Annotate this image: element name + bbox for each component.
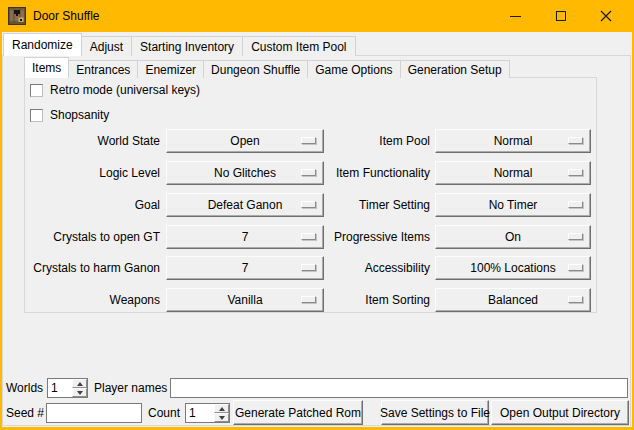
item-functionality-dropdown[interactable]: Normal xyxy=(435,161,591,185)
crystals-harm-ganon-label: Crystals to harm Ganon xyxy=(2,256,160,280)
close-icon[interactable] xyxy=(583,0,628,32)
crystals-open-gt-dropdown[interactable]: 7 xyxy=(166,225,324,249)
retro-mode-label: Retro mode (universal keys) xyxy=(50,83,200,97)
progressive-items-value: On xyxy=(505,230,521,244)
tab-label: Custom Item Pool xyxy=(251,40,346,54)
logic-level-value: No Glitches xyxy=(214,166,276,180)
retro-mode-checkbox[interactable] xyxy=(30,84,43,97)
item-sorting-value: Balanced xyxy=(488,293,538,307)
item-pool-dropdown[interactable]: Normal xyxy=(435,129,591,153)
goal-value: Defeat Ganon xyxy=(208,198,283,212)
progressive-items-dropdown[interactable]: On xyxy=(435,225,591,249)
sub-tab-bar: Items Entrances Enemizer Dungeon Shuffle… xyxy=(24,57,510,78)
tab-randomize[interactable]: Randomize xyxy=(3,33,82,56)
item-sorting-label: Item Sorting xyxy=(302,288,430,312)
player-names-input[interactable] xyxy=(170,378,628,398)
progressive-items-label: Progressive Items xyxy=(302,225,430,249)
app-window: Door Shuffle Randomize Adjust Starting I… xyxy=(0,0,634,430)
minimize-icon[interactable] xyxy=(493,0,538,32)
accessibility-dropdown[interactable]: 100% Locations xyxy=(435,256,591,280)
seed-label: Seed # xyxy=(6,403,44,423)
spin-up-icon[interactable] xyxy=(214,404,229,413)
world-state-value: Open xyxy=(230,134,259,148)
count-label: Count xyxy=(148,403,180,423)
tab-label: Game Options xyxy=(315,63,392,77)
goal-dropdown[interactable]: Defeat Ganon xyxy=(166,193,324,217)
crystals-open-gt-label: Crystals to open GT xyxy=(2,225,160,249)
tab-label: Dungeon Shuffle xyxy=(211,63,300,77)
subtab-entrances[interactable]: Entrances xyxy=(68,60,138,78)
tab-custom-item-pool[interactable]: Custom Item Pool xyxy=(242,36,355,56)
titlebar[interactable]: Door Shuffle xyxy=(0,0,634,32)
item-pool-value: Normal xyxy=(494,134,533,148)
form-row: Crystals to open GT 7 Progressive Items … xyxy=(2,225,632,249)
retro-mode-checkbox-row[interactable]: Retro mode (universal keys) xyxy=(30,83,200,97)
count-spinner[interactable] xyxy=(185,403,230,423)
button-label: Save Settings to File xyxy=(380,406,490,420)
logic-level-label: Logic Level xyxy=(2,161,160,185)
tab-adjust[interactable]: Adjust xyxy=(81,36,132,56)
crystals-harm-ganon-dropdown[interactable]: 7 xyxy=(166,256,324,280)
subtab-dungeon-shuffle[interactable]: Dungeon Shuffle xyxy=(203,60,308,78)
world-state-dropdown[interactable]: Open xyxy=(166,129,324,153)
dropdown-indicator-icon xyxy=(568,201,583,208)
app-icon xyxy=(8,7,26,25)
tab-label: Adjust xyxy=(90,40,123,54)
timer-setting-value: No Timer xyxy=(489,198,538,212)
weapons-dropdown[interactable]: Vanilla xyxy=(166,288,324,312)
form-row: Crystals to harm Ganon 7 Accessibility 1… xyxy=(2,256,632,280)
weapons-value: Vanilla xyxy=(227,293,262,307)
tab-label: Items xyxy=(32,61,61,75)
tab-label: Entrances xyxy=(76,63,130,77)
shopsanity-label: Shopsanity xyxy=(50,108,109,122)
seed-input[interactable] xyxy=(46,403,142,423)
spin-down-icon[interactable] xyxy=(72,388,87,397)
main-tab-bar: Randomize Adjust Starting Inventory Cust… xyxy=(3,33,356,56)
timer-setting-dropdown[interactable]: No Timer xyxy=(435,193,591,217)
subtab-generation-setup[interactable]: Generation Setup xyxy=(400,60,510,78)
player-names-label: Player names xyxy=(94,378,167,398)
weapons-label: Weapons xyxy=(2,288,160,312)
tab-label: Randomize xyxy=(12,38,73,52)
spin-up-icon[interactable] xyxy=(72,379,87,388)
item-sorting-dropdown[interactable]: Balanced xyxy=(435,288,591,312)
dropdown-indicator-icon xyxy=(568,296,583,303)
button-label: Open Output Directory xyxy=(500,406,620,420)
worlds-spinner[interactable] xyxy=(47,378,88,398)
form-row: World State Open Item Pool Normal xyxy=(2,129,632,153)
count-input[interactable] xyxy=(186,404,214,422)
world-state-label: World State xyxy=(2,129,160,153)
goal-label: Goal xyxy=(2,193,160,217)
caption-controls xyxy=(493,0,628,32)
logic-level-dropdown[interactable]: No Glitches xyxy=(166,161,324,185)
tab-label: Generation Setup xyxy=(408,63,502,77)
worlds-label: Worlds xyxy=(6,378,43,398)
spinner-arrows xyxy=(72,379,87,397)
subtab-items[interactable]: Items xyxy=(24,57,69,78)
item-functionality-label: Item Functionality xyxy=(302,161,430,185)
save-settings-button[interactable]: Save Settings to File xyxy=(381,400,489,425)
dropdown-indicator-icon xyxy=(568,233,583,240)
button-label: Generate Patched Rom xyxy=(235,406,361,420)
tab-starting-inventory[interactable]: Starting Inventory xyxy=(131,36,243,56)
accessibility-value: 100% Locations xyxy=(470,261,555,275)
item-functionality-value: Normal xyxy=(494,166,533,180)
open-output-directory-button[interactable]: Open Output Directory xyxy=(491,400,629,425)
tab-label: Starting Inventory xyxy=(140,40,234,54)
subtab-game-options[interactable]: Game Options xyxy=(307,60,400,78)
dropdown-indicator-icon xyxy=(568,264,583,271)
subtab-enemizer[interactable]: Enemizer xyxy=(137,60,204,78)
form-row: Logic Level No Glitches Item Functionali… xyxy=(2,161,632,185)
crystals-open-gt-value: 7 xyxy=(242,230,249,244)
timer-setting-label: Timer Setting xyxy=(302,193,430,217)
maximize-icon[interactable] xyxy=(538,0,583,32)
generate-patched-rom-button[interactable]: Generate Patched Rom xyxy=(233,400,363,425)
shopsanity-checkbox[interactable] xyxy=(30,109,43,122)
accessibility-label: Accessibility xyxy=(302,256,430,280)
dropdown-indicator-icon xyxy=(568,169,583,176)
spin-down-icon[interactable] xyxy=(214,413,229,422)
shopsanity-checkbox-row[interactable]: Shopsanity xyxy=(30,108,109,122)
item-pool-label: Item Pool xyxy=(302,129,430,153)
worlds-input[interactable] xyxy=(48,379,72,397)
crystals-harm-ganon-value: 7 xyxy=(242,261,249,275)
